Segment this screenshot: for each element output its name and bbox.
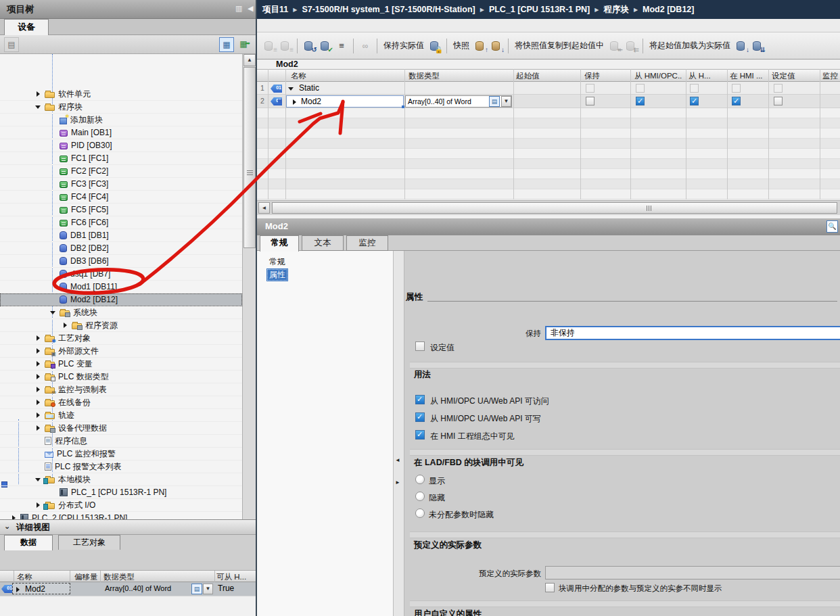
tab-texts[interactable]: 文本 bbox=[302, 235, 344, 251]
tree-item[interactable]: 在线备份 bbox=[0, 396, 242, 409]
collapse-panel-icon[interactable]: ◀ bbox=[248, 4, 253, 13]
tree-item[interactable]: 程序块 bbox=[0, 101, 242, 114]
hmi_opc-checkbox[interactable] bbox=[636, 84, 645, 93]
setpoint-checkbox[interactable] bbox=[774, 84, 783, 93]
collapse-left-icon[interactable]: ◄ bbox=[395, 457, 400, 463]
breadcrumb-item[interactable]: Mod2 [DB12] bbox=[643, 5, 694, 14]
predefined-diff-checkbox[interactable] bbox=[545, 583, 555, 592]
name-cell[interactable]: Mod2 bbox=[286, 95, 404, 108]
collapse-icon[interactable] bbox=[50, 309, 57, 316]
breadcrumb-item[interactable]: PLC_1 [CPU 1513R-1 PN] bbox=[489, 5, 590, 14]
table-view-icon[interactable]: ▦ bbox=[219, 37, 234, 52]
retain-select[interactable]: 非保持 bbox=[545, 326, 840, 340]
detail-tab-tech-objects[interactable]: 工艺对象 bbox=[58, 535, 120, 550]
tree-item[interactable]: PID [OB30] bbox=[0, 139, 242, 152]
panel-options-icon[interactable]: ▥ bbox=[235, 4, 242, 13]
tree-item[interactable]: FC4 [FC4] bbox=[0, 191, 242, 204]
copy-snapshot-button[interactable]: 将快照值复制到起始值中 bbox=[515, 40, 604, 51]
scroll-up-icon[interactable]: ▲ bbox=[243, 54, 256, 66]
collapse-icon[interactable] bbox=[35, 103, 42, 110]
editor-horizontal-scrollbar[interactable]: ◄ bbox=[257, 200, 840, 215]
copy-left-all-icon[interactable]: ⇇ bbox=[624, 39, 638, 53]
keep-actual-values-button[interactable]: 保持实际值 bbox=[383, 40, 424, 51]
table-row[interactable]: 2Mod2Array[0..40] of Word▤▼ bbox=[257, 95, 840, 108]
expand-icon[interactable] bbox=[35, 425, 42, 431]
in_hmi-checkbox[interactable] bbox=[732, 84, 741, 93]
datatype-dropdown-icon[interactable]: ▼ bbox=[203, 584, 213, 594]
datatype-browse-icon[interactable]: ▤ bbox=[489, 96, 500, 107]
usage-checkbox[interactable] bbox=[415, 395, 425, 404]
column-header[interactable]: 从 H... bbox=[689, 71, 711, 81]
expand-icon[interactable] bbox=[35, 360, 42, 367]
nav-item-general[interactable]: 常规 bbox=[269, 256, 285, 268]
expand-icon[interactable] bbox=[35, 373, 42, 380]
column-header[interactable]: 偏移量 bbox=[74, 572, 98, 582]
tree-item[interactable]: 分布式 I/O bbox=[0, 499, 242, 512]
expand-icon[interactable] bbox=[35, 412, 42, 419]
load-start-values-button[interactable]: 将起始值加载为实际值 bbox=[649, 40, 730, 51]
column-header[interactable]: 从 HMI/OPC.. bbox=[634, 71, 682, 81]
predefined-input[interactable] bbox=[545, 566, 840, 579]
snapshot-button[interactable]: 快照 bbox=[453, 40, 469, 51]
tab-supervisions[interactable]: 监控 bbox=[346, 235, 388, 251]
expand-icon[interactable] bbox=[35, 91, 42, 97]
breadcrumb-item[interactable]: 项目11 bbox=[262, 4, 288, 16]
column-header[interactable]: 数据类型 bbox=[103, 572, 135, 582]
add-row-icon[interactable]: ≡ bbox=[278, 39, 293, 53]
breadcrumb-item[interactable]: S7-1500R/H system_1 [S7-1500R/H-Station] bbox=[302, 5, 475, 14]
collapse-icon[interactable] bbox=[35, 476, 42, 483]
usage-checkbox[interactable] bbox=[415, 412, 425, 422]
expand-members-icon[interactable]: ≡ bbox=[334, 39, 349, 53]
insert-row-icon[interactable]: ≡ bbox=[262, 39, 277, 53]
column-header[interactable]: 起始值 bbox=[516, 71, 540, 81]
db-lock-icon[interactable]: 🔒 bbox=[427, 39, 442, 53]
tree-item[interactable]: FC5 [FC5] bbox=[0, 204, 242, 216]
magnifier-icon[interactable]: 🔍 bbox=[826, 220, 838, 233]
column-header[interactable]: 设定值 bbox=[772, 71, 795, 81]
visibility-radio[interactable] bbox=[415, 492, 425, 501]
column-header[interactable]: 可从 H... bbox=[216, 572, 246, 582]
tree-item[interactable]: PLC_1 [CPU 1513R-1 PN] bbox=[0, 486, 242, 499]
setpoint-checkbox[interactable] bbox=[774, 97, 783, 105]
datatype-dropdown-icon[interactable]: ▼ bbox=[501, 96, 511, 107]
in_hmi-checkbox[interactable] bbox=[732, 97, 741, 105]
tree-item[interactable]: Main [OB1] bbox=[0, 126, 242, 139]
detail-view-header[interactable]: ⌄ 详细视图 bbox=[0, 520, 256, 535]
keep-checkbox[interactable] bbox=[586, 84, 594, 93]
tree-item[interactable]: 软件单元 bbox=[0, 88, 242, 101]
tree-item[interactable]: FC1 [FC1] bbox=[0, 152, 242, 165]
tree-item[interactable]: DB2 [DB2] bbox=[0, 242, 242, 255]
column-header[interactable]: 保持 bbox=[584, 71, 600, 81]
detail-tab-data[interactable]: 数据 bbox=[4, 535, 53, 550]
tree-item[interactable]: 添加新块 bbox=[0, 114, 242, 126]
column-header[interactable]: 名称 bbox=[291, 71, 306, 81]
hscrollbar-thumb[interactable] bbox=[272, 202, 837, 214]
tree-item[interactable]: FC6 [FC6] bbox=[0, 216, 242, 229]
hmi_opc-checkbox[interactable] bbox=[636, 97, 645, 105]
tree-item[interactable]: 外部源文件 bbox=[0, 345, 242, 358]
expand-icon[interactable] bbox=[62, 322, 69, 329]
visibility-radio[interactable] bbox=[415, 475, 425, 484]
expand-icon[interactable] bbox=[35, 335, 42, 341]
collapse-right-icon[interactable]: ► bbox=[395, 479, 400, 485]
tree-item[interactable]: DB1 [DB1] bbox=[0, 229, 242, 242]
column-header[interactable]: 数据类型 bbox=[409, 71, 440, 81]
inspector-nav-scrollbar[interactable]: ◄ ► bbox=[394, 251, 404, 616]
tree-item[interactable]: PLC 数据类型 bbox=[0, 371, 242, 383]
detail-name-cell[interactable]: Mod2 bbox=[12, 583, 70, 594]
keep-checkbox[interactable] bbox=[586, 97, 594, 105]
tree-item[interactable]: Mod1 [DB11] bbox=[0, 281, 242, 293]
tree-item[interactable]: 程序资源 bbox=[0, 319, 242, 332]
tree-item[interactable]: 程序信息 bbox=[0, 435, 242, 448]
tree-item[interactable]: FC2 [FC2] bbox=[0, 165, 242, 178]
tree-scrollbar[interactable]: ▲ ▼ bbox=[242, 54, 256, 538]
tree-item[interactable]: Mod2 [DB12] bbox=[0, 293, 242, 306]
chevron-down-icon[interactable]: ⌄ bbox=[4, 522, 10, 531]
column-header[interactable]: 名称 bbox=[17, 572, 32, 582]
datatype-cell[interactable]: Array[0..40] of Word▤▼ bbox=[405, 95, 512, 108]
tree-item[interactable]: PLC 报警文本列表 bbox=[0, 460, 242, 473]
tree-item[interactable]: DB3 [DB6] bbox=[0, 255, 242, 268]
tree-item[interactable]: 工艺对象 bbox=[0, 332, 242, 345]
snapshot-down-icon[interactable]: ↓ bbox=[489, 39, 504, 53]
expand-icon[interactable] bbox=[35, 348, 42, 354]
